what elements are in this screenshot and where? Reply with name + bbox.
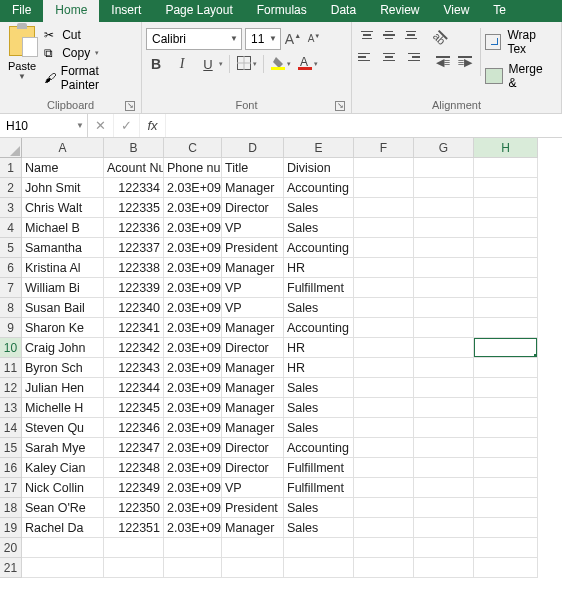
column-header-H[interactable]: H — [474, 138, 538, 158]
formula-input[interactable] — [166, 114, 562, 137]
cell-G15[interactable] — [414, 438, 474, 458]
cell-B9[interactable]: 122341 — [104, 318, 164, 338]
cell-C20[interactable] — [164, 538, 222, 558]
cell-G8[interactable] — [414, 298, 474, 318]
cell-G12[interactable] — [414, 378, 474, 398]
cell-E20[interactable] — [284, 538, 354, 558]
cell-A10[interactable]: Craig John — [22, 338, 104, 358]
cell-D1[interactable]: Title — [222, 158, 284, 178]
row-header-1[interactable]: 1 — [0, 158, 22, 178]
cell-F18[interactable] — [354, 498, 414, 518]
column-header-G[interactable]: G — [414, 138, 474, 158]
cell-B3[interactable]: 122335 — [104, 198, 164, 218]
cell-B15[interactable]: 122347 — [104, 438, 164, 458]
cell-F7[interactable] — [354, 278, 414, 298]
cell-G2[interactable] — [414, 178, 474, 198]
cell-C13[interactable]: 2.03E+09 — [164, 398, 222, 418]
cell-E3[interactable]: Sales — [284, 198, 354, 218]
cell-C5[interactable]: 2.03E+09 — [164, 238, 222, 258]
cell-B11[interactable]: 122343 — [104, 358, 164, 378]
cell-F2[interactable] — [354, 178, 414, 198]
worksheet-grid[interactable]: ABCDEFGH1NameAcount NuPhone numTitleDivi… — [0, 138, 562, 578]
name-box[interactable]: H10 ▼ — [0, 114, 88, 137]
cell-C16[interactable]: 2.03E+09 — [164, 458, 222, 478]
cell-C9[interactable]: 2.03E+09 — [164, 318, 222, 338]
cell-A20[interactable] — [22, 538, 104, 558]
cell-C10[interactable]: 2.03E+09 — [164, 338, 222, 358]
cell-F19[interactable] — [354, 518, 414, 538]
cell-F16[interactable] — [354, 458, 414, 478]
cell-B8[interactable]: 122340 — [104, 298, 164, 318]
cell-G9[interactable] — [414, 318, 474, 338]
decrease-font-button[interactable]: A▼ — [305, 28, 323, 50]
cell-B17[interactable]: 122349 — [104, 478, 164, 498]
chevron-down-icon[interactable]: ▾ — [253, 60, 257, 68]
chevron-down-icon[interactable]: ▼ — [18, 72, 26, 81]
cell-C18[interactable]: 2.03E+09 — [164, 498, 222, 518]
cell-E17[interactable]: Fulfillment — [284, 478, 354, 498]
cell-E11[interactable]: HR — [284, 358, 354, 378]
cell-H12[interactable] — [474, 378, 538, 398]
cell-G1[interactable] — [414, 158, 474, 178]
cell-C2[interactable]: 2.03E+09 — [164, 178, 222, 198]
cell-F8[interactable] — [354, 298, 414, 318]
cell-E6[interactable]: HR — [284, 258, 354, 278]
cell-H21[interactable] — [474, 558, 538, 578]
cell-D6[interactable]: Manager — [222, 258, 284, 278]
cell-D14[interactable]: Manager — [222, 418, 284, 438]
cell-E15[interactable]: Accounting — [284, 438, 354, 458]
cell-G13[interactable] — [414, 398, 474, 418]
cell-F20[interactable] — [354, 538, 414, 558]
cell-D20[interactable] — [222, 538, 284, 558]
cell-G10[interactable] — [414, 338, 474, 358]
cell-H10[interactable] — [474, 338, 538, 358]
cell-A14[interactable]: Steven Qu — [22, 418, 104, 438]
cell-B1[interactable]: Acount Nu — [104, 158, 164, 178]
row-header-11[interactable]: 11 — [0, 358, 22, 378]
cell-A11[interactable]: Byron Sch — [22, 358, 104, 378]
cell-H5[interactable] — [474, 238, 538, 258]
cell-E18[interactable]: Sales — [284, 498, 354, 518]
cell-A8[interactable]: Susan Bail — [22, 298, 104, 318]
chevron-down-icon[interactable]: ▾ — [95, 49, 99, 57]
tab-data[interactable]: Data — [319, 0, 368, 22]
tab-te[interactable]: Te — [481, 0, 518, 22]
cell-C1[interactable]: Phone num — [164, 158, 222, 178]
cell-H2[interactable] — [474, 178, 538, 198]
cell-A2[interactable]: John Smit — [22, 178, 104, 198]
cell-F9[interactable] — [354, 318, 414, 338]
font-color-button[interactable]: A ▾ — [297, 55, 318, 74]
align-right-button[interactable] — [402, 48, 420, 66]
cell-H15[interactable] — [474, 438, 538, 458]
cell-G5[interactable] — [414, 238, 474, 258]
font-size-combo[interactable]: 11 ▼ — [245, 28, 281, 50]
row-header-3[interactable]: 3 — [0, 198, 22, 218]
cell-B2[interactable]: 122334 — [104, 178, 164, 198]
column-header-F[interactable]: F — [354, 138, 414, 158]
cell-D18[interactable]: President — [222, 498, 284, 518]
chevron-down-icon[interactable]: ▾ — [287, 60, 291, 68]
tab-page-layout[interactable]: Page Layout — [153, 0, 244, 22]
cell-E13[interactable]: Sales — [284, 398, 354, 418]
cell-E2[interactable]: Accounting — [284, 178, 354, 198]
cell-H20[interactable] — [474, 538, 538, 558]
cell-C21[interactable] — [164, 558, 222, 578]
dialog-launcher-icon[interactable]: ↘ — [335, 101, 345, 111]
cell-G16[interactable] — [414, 458, 474, 478]
cell-E7[interactable]: Fulfillment — [284, 278, 354, 298]
cell-H17[interactable] — [474, 478, 538, 498]
cell-G21[interactable] — [414, 558, 474, 578]
column-header-A[interactable]: A — [22, 138, 104, 158]
cell-A17[interactable]: Nick Collin — [22, 478, 104, 498]
cell-H3[interactable] — [474, 198, 538, 218]
cell-G14[interactable] — [414, 418, 474, 438]
cell-E19[interactable]: Sales — [284, 518, 354, 538]
align-bottom-button[interactable] — [402, 26, 420, 44]
tab-home[interactable]: Home — [43, 0, 99, 22]
row-header-4[interactable]: 4 — [0, 218, 22, 238]
cell-E4[interactable]: Sales — [284, 218, 354, 238]
cell-H19[interactable] — [474, 518, 538, 538]
chevron-down-icon[interactable]: ▾ — [314, 60, 318, 68]
cell-C11[interactable]: 2.03E+09 — [164, 358, 222, 378]
paste-button[interactable]: Paste ▼ — [4, 24, 40, 98]
